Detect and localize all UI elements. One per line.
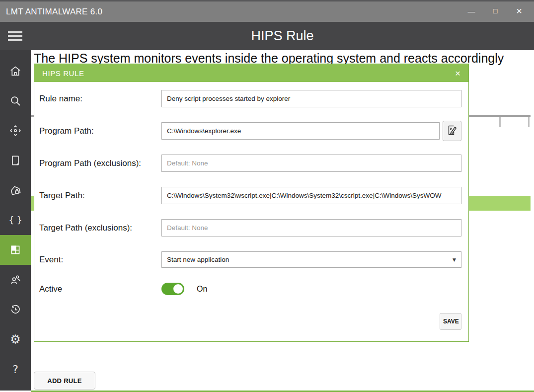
- event-select[interactable]: Start new application ▼: [161, 251, 461, 268]
- toggle-knob: [173, 284, 183, 294]
- app-header: HIPS Rule: [0, 22, 534, 50]
- sidebar-item-help[interactable]: ?: [0, 354, 31, 384]
- target-path-exclusions-label: Target Path (exclusions):: [39, 223, 161, 233]
- program-path-label: Program Path:: [39, 126, 161, 136]
- sidebar-item-users[interactable]: [0, 265, 31, 295]
- save-button[interactable]: SAVE: [440, 313, 461, 330]
- sidebar: { }: [0, 50, 31, 391]
- search-icon: [9, 94, 22, 107]
- sidebar-item-protection[interactable]: [0, 175, 31, 205]
- dialog-title: HIPS RULE: [42, 69, 455, 78]
- dialog-form: Rule name: Program Path:: [34, 82, 468, 330]
- page-title: HIPS Rule: [0, 22, 534, 50]
- program-path-edit-button[interactable]: [443, 121, 461, 141]
- program-path-exclusions-label: Program Path (exclusions):: [39, 158, 161, 168]
- active-toggle[interactable]: [161, 283, 184, 295]
- program-path-exclusions-row: Program Path (exclusions):: [39, 155, 461, 172]
- sidebar-item-search[interactable]: [0, 86, 31, 116]
- sidebar-item-device[interactable]: [0, 146, 31, 175]
- close-icon[interactable]: ×: [507, 1, 531, 20]
- save-row: SAVE: [39, 313, 461, 330]
- braces-icon: { }: [8, 215, 22, 225]
- dialog-header: HIPS RULE ×: [34, 64, 468, 82]
- maximize-icon[interactable]: □: [483, 1, 507, 20]
- event-row: Event: Start new application ▼: [39, 251, 461, 268]
- target-path-row: Target Path:: [39, 187, 461, 204]
- program-path-row: Program Path:: [39, 122, 461, 140]
- rule-name-input[interactable]: [161, 90, 461, 107]
- settings-gear-icon: ⚙: [10, 332, 21, 346]
- rule-name-label: Rule name:: [39, 94, 161, 104]
- device-icon: [9, 154, 22, 167]
- chevron-down-icon: ▼: [453, 257, 456, 262]
- protected-home-icon: [9, 184, 22, 197]
- rules-table-column-divider: [528, 117, 530, 127]
- target-path-input[interactable]: [161, 187, 461, 204]
- sidebar-item-history[interactable]: [0, 295, 31, 324]
- hamburger-menu-icon[interactable]: [8, 31, 22, 41]
- hips-rule-dialog: HIPS RULE × Rule name: Program Path:: [34, 64, 469, 342]
- scan-icon: [9, 124, 22, 137]
- rule-name-row: Rule name:: [39, 90, 461, 107]
- dialog-close-icon[interactable]: ×: [455, 69, 460, 78]
- sidebar-item-rules[interactable]: [0, 235, 31, 265]
- minimize-icon[interactable]: —: [459, 1, 483, 20]
- help-icon: ?: [12, 363, 18, 376]
- users-icon: [9, 273, 22, 286]
- window-title: LMT ANTIMALWARE 6.0: [0, 7, 102, 17]
- home-icon: [9, 65, 22, 78]
- window-controls: — □ ×: [459, 1, 531, 20]
- rules-table-column-divider: [499, 117, 501, 127]
- program-path-exclusions-input[interactable]: [161, 155, 461, 172]
- target-path-exclusions-row: Target Path (exclusions):: [39, 219, 461, 236]
- rules-grid-icon: [9, 243, 22, 256]
- target-path-exclusions-input[interactable]: [161, 219, 461, 236]
- app-window: LMT ANTIMALWARE 6.0 — □ × HIPS Rule: [0, 0, 534, 392]
- add-rule-button[interactable]: ADD RULE: [34, 372, 95, 390]
- active-row: Active On: [39, 283, 461, 295]
- edit-document-icon: [447, 124, 458, 138]
- toggle-state-label: On: [197, 283, 207, 295]
- sidebar-item-home[interactable]: [0, 56, 31, 86]
- active-label: Active: [39, 284, 161, 294]
- sidebar-item-scripts[interactable]: { }: [0, 205, 31, 235]
- history-icon: [9, 303, 22, 316]
- event-select-value: Start new application: [167, 256, 453, 263]
- sidebar-item-scan[interactable]: [0, 116, 31, 146]
- program-path-input[interactable]: [161, 122, 440, 140]
- event-label: Event:: [39, 255, 161, 265]
- sidebar-item-settings[interactable]: ⚙: [0, 324, 31, 354]
- target-path-label: Target Path:: [39, 191, 161, 201]
- title-bar: LMT ANTIMALWARE 6.0 — □ ×: [0, 1, 534, 22]
